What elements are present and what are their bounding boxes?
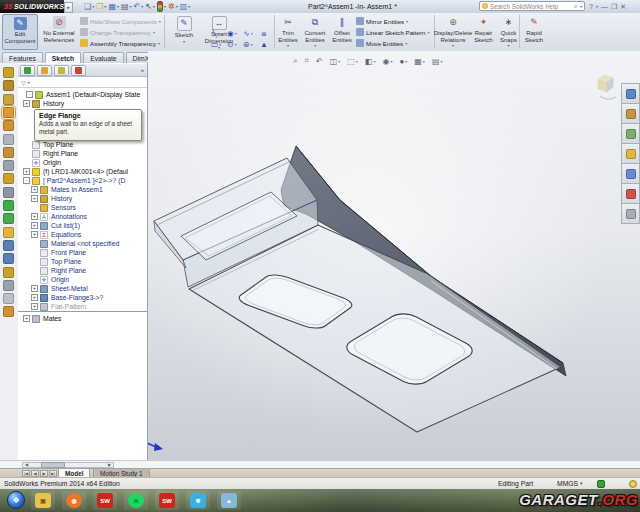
trim-entities-button[interactable]: ✂ Trim Entities▾ bbox=[276, 14, 300, 50]
file-explorer-tab[interactable] bbox=[621, 123, 640, 144]
units-selector[interactable]: MMGS bbox=[557, 480, 578, 487]
configurationmanager-tab[interactable] bbox=[54, 65, 69, 76]
insert-bends-button[interactable] bbox=[3, 306, 14, 317]
perimeter-circle-button[interactable]: ⊙▾ bbox=[224, 39, 240, 50]
tree-item-history[interactable]: +History bbox=[31, 194, 72, 203]
options-caret-icon[interactable]: ▾ bbox=[176, 4, 178, 9]
tree-item-front-plane[interactable]: Front Plane bbox=[31, 248, 86, 257]
tree-item-right-plane[interactable]: Right Plane bbox=[23, 149, 78, 158]
scroll-right-icon[interactable]: ▶ bbox=[106, 463, 113, 467]
tree-item-sheet-metal[interactable]: +Sheet-Metal bbox=[31, 284, 88, 293]
no-external-references-button[interactable]: ⊘ No External References bbox=[40, 14, 78, 50]
tree-item-part2-assem1-2-d[interactable]: -[ Part2^Assem1 ]<2>->? (D bbox=[23, 176, 125, 185]
menu-flyout-arrow[interactable]: ▸ bbox=[64, 2, 73, 13]
rebuild-button[interactable]: ▾ bbox=[157, 1, 166, 12]
tab-sketch[interactable]: Sketch bbox=[45, 52, 81, 63]
undo-caret-icon[interactable]: ▾ bbox=[141, 4, 143, 9]
circle-button[interactable]: ◉▾ bbox=[224, 28, 240, 39]
start-button[interactable]: ❖ bbox=[7, 491, 25, 509]
tag-icon[interactable] bbox=[597, 480, 605, 488]
expand-icon[interactable]: + bbox=[23, 315, 30, 322]
tree-item-annotations[interactable]: +AAnnotations bbox=[31, 212, 87, 221]
tree-item-origin[interactable]: ✛Origin bbox=[31, 275, 69, 284]
print-caret-icon[interactable]: ▾ bbox=[130, 4, 132, 9]
hem-button[interactable] bbox=[3, 134, 14, 145]
tree-item-base-flange3[interactable]: +Base-Flange3->? bbox=[31, 293, 103, 302]
simple-hole-button[interactable] bbox=[3, 227, 14, 238]
study-tab-nav-3[interactable]: ▶| bbox=[49, 470, 57, 477]
flatten-button[interactable] bbox=[3, 280, 14, 291]
edge-flange-button[interactable] bbox=[3, 107, 14, 118]
jog-button[interactable] bbox=[3, 147, 14, 158]
scroll-left-icon[interactable]: ◀ bbox=[23, 463, 30, 467]
expand-icon[interactable]: - bbox=[26, 91, 33, 98]
study-tab-nav-2[interactable]: ▶ bbox=[40, 470, 48, 477]
sketched-bend-button[interactable] bbox=[3, 160, 14, 171]
closed-corner-button[interactable] bbox=[3, 187, 14, 198]
rebuild-caret-icon[interactable]: ▾ bbox=[164, 4, 166, 9]
open-caret-icon[interactable]: ▾ bbox=[104, 4, 106, 9]
base-flange-button[interactable] bbox=[3, 67, 14, 78]
expand-icon[interactable]: + bbox=[31, 186, 38, 193]
sketch-picture-button[interactable]: ⧈ bbox=[256, 28, 272, 39]
search-caret-icon[interactable]: ▾ bbox=[580, 4, 582, 9]
tree-item-right-plane[interactable]: Right Plane bbox=[31, 266, 86, 275]
featuremanager-tab[interactable] bbox=[20, 65, 35, 76]
line-button[interactable]: ╲▾ bbox=[208, 28, 224, 39]
options-button[interactable]: ✲▾ bbox=[168, 2, 178, 12]
tree-item-mates-in-assem1[interactable]: +Mates in Assem1 bbox=[31, 185, 103, 194]
tree-filter-row[interactable]: ▽ ▾ bbox=[18, 77, 147, 88]
search-box[interactable]: Search SolidWorks Help ⌕ ▾ bbox=[479, 1, 585, 11]
convert-entities-button[interactable]: ⧉ Convert Entities▾ bbox=[300, 14, 330, 50]
linear-sketch-pattern-button[interactable]: Linear Sketch Pattern▾ bbox=[356, 27, 434, 37]
no-bends-button[interactable] bbox=[3, 293, 14, 304]
study-tab-nav-1[interactable]: ◀ bbox=[31, 470, 39, 477]
expand-icon[interactable]: + bbox=[31, 231, 38, 238]
help-bulb-icon[interactable] bbox=[629, 480, 637, 488]
ellipse-button[interactable]: ⊜▾ bbox=[240, 39, 256, 50]
offset-entities-button[interactable]: ∥ Offset Entities bbox=[330, 14, 354, 50]
vent-button[interactable] bbox=[3, 240, 14, 251]
new-document-caret-icon[interactable]: ▾ bbox=[92, 4, 94, 9]
open-button[interactable]: ❒▾ bbox=[96, 2, 106, 12]
tree-item-sensors[interactable]: Sensors bbox=[31, 203, 76, 212]
design-library-tab[interactable] bbox=[621, 103, 640, 124]
expand-icon[interactable]: + bbox=[31, 294, 38, 301]
forming-tool-button[interactable] bbox=[3, 200, 14, 211]
corner-rectangle-button[interactable]: ▭▾ bbox=[208, 39, 224, 50]
tree-item-history[interactable]: +History bbox=[23, 99, 64, 108]
solidworks-2-taskbar-button[interactable]: SW bbox=[155, 491, 179, 510]
graphics-viewport[interactable]: ⌕⌗↶◫▾⬚▾◧▾◉▾●▾▦▾▤▾ bbox=[148, 51, 640, 460]
minimize-button[interactable]: — bbox=[601, 3, 608, 10]
print-button[interactable]: ▤▾ bbox=[121, 2, 132, 12]
miter-flange-button[interactable] bbox=[3, 120, 14, 131]
assembly-transparency-button[interactable]: Assembly Transparency▾ bbox=[80, 38, 162, 48]
help-button[interactable]: ? bbox=[589, 3, 593, 10]
new-document-button[interactable]: ❏▾ bbox=[84, 2, 94, 12]
expand-icon[interactable]: + bbox=[23, 100, 30, 107]
edit-component-button[interactable]: ✎ Edit Component bbox=[2, 14, 38, 50]
spline-button[interactable]: ∿▾ bbox=[240, 28, 256, 39]
expand-icon[interactable]: + bbox=[23, 168, 30, 175]
dimxpertmanager-tab[interactable] bbox=[71, 65, 86, 76]
save-caret-icon[interactable]: ▾ bbox=[117, 4, 119, 9]
fold-button[interactable] bbox=[3, 267, 14, 278]
extruded-cut-button[interactable] bbox=[3, 213, 14, 224]
search-icon[interactable]: ⌕ bbox=[574, 2, 578, 10]
lofted-bend-button[interactable] bbox=[3, 94, 14, 105]
view-palette-tab[interactable] bbox=[621, 143, 640, 164]
solidworks-resources-tab[interactable] bbox=[621, 83, 640, 104]
quick-snaps-button[interactable]: ∗ Quick Snaps▾ bbox=[498, 14, 519, 50]
custom-properties-tab[interactable] bbox=[621, 183, 640, 204]
tree-item-top-plane[interactable]: Top Plane bbox=[31, 257, 81, 266]
repair-sketch-button[interactable]: ✦ Repair Sketch bbox=[470, 14, 497, 50]
tree-item-top-plane[interactable]: Top Plane bbox=[23, 140, 73, 149]
firefox-taskbar-button[interactable]: ◍ bbox=[62, 491, 86, 510]
tab-evaluate[interactable]: Evaluate bbox=[83, 52, 123, 63]
appearances-scenes-tab[interactable] bbox=[621, 163, 640, 184]
expand-icon[interactable]: + bbox=[31, 285, 38, 292]
select-caret-icon[interactable]: ▾ bbox=[153, 4, 155, 9]
help-caret-button[interactable]: ▾ bbox=[596, 4, 598, 9]
expand-icon[interactable]: - bbox=[23, 177, 30, 184]
display-delete-relations-button[interactable]: ⊛ Display/Delete Relations▾ bbox=[436, 14, 470, 50]
